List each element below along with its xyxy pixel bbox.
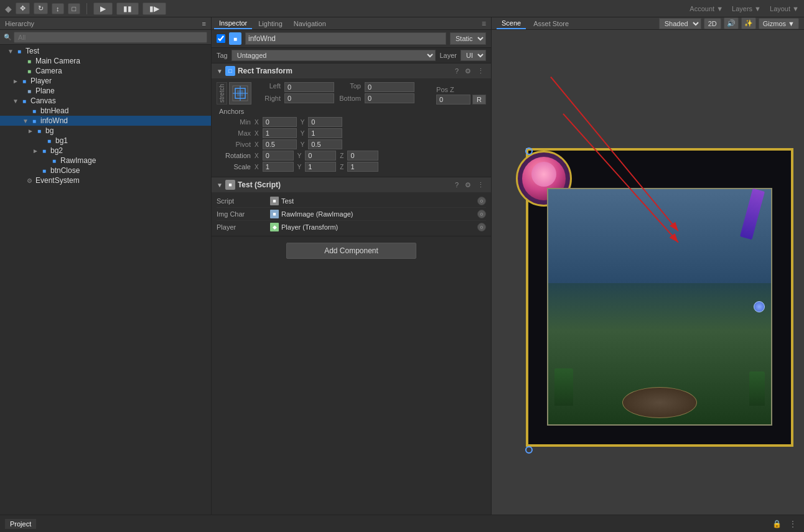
inspector-tabs: Inspector Lighting Navigation ≡: [212, 17, 491, 30]
gizmos-button[interactable]: Gizmos ▼: [759, 18, 799, 29]
min-y-input[interactable]: [308, 117, 342, 127]
tab-inspector[interactable]: Inspector: [214, 18, 252, 29]
tab-navigation[interactable]: Navigation: [289, 19, 331, 29]
camera-label: Camera: [35, 67, 62, 75]
left-input[interactable]: [284, 82, 334, 92]
selection-handle-tl[interactable]: [525, 147, 533, 156]
active-checkbox[interactable]: [217, 34, 225, 43]
script-name-value: Test: [281, 197, 475, 205]
max-y-input[interactable]: [308, 128, 342, 138]
rot-x-label: X: [255, 152, 259, 159]
rt-menu-icon[interactable]: ⋮: [475, 67, 486, 75]
layer-label: Layer: [439, 52, 457, 59]
player-target-button[interactable]: ○: [477, 223, 486, 231]
tree-item-btnhead[interactable]: ■ btnHead: [0, 106, 211, 116]
toolbar-rotate[interactable]: ↻: [34, 2, 48, 14]
inspector-body: ■ Static Tag Untagged Layer UI: [212, 30, 491, 515]
ts-menu-icon[interactable]: ⋮: [475, 181, 486, 189]
tree-item-rawimage[interactable]: ■ RawImage: [0, 156, 211, 166]
anchor-icon-box[interactable]: [229, 82, 251, 105]
tree-item-bg1[interactable]: ■ bg1: [0, 136, 211, 146]
inspector-menu[interactable]: ≡: [479, 19, 488, 28]
rt-settings-icon[interactable]: ⚙: [463, 67, 473, 75]
scale-x-label: X: [255, 164, 259, 170]
min-label: Min: [217, 118, 251, 126]
object-name-input[interactable]: [245, 32, 446, 45]
rot-y-input[interactable]: [305, 151, 336, 161]
tree-item-test[interactable]: ▼ ■ Test: [0, 46, 211, 56]
toolbar-translate[interactable]: ✥: [16, 2, 30, 14]
layer-dropdown[interactable]: UI: [460, 50, 486, 61]
layout-icon: Layout ▼: [770, 5, 799, 12]
script-row: Script ■ Test ○: [217, 195, 486, 208]
toolbar-rect[interactable]: □: [68, 3, 81, 14]
tab-lighting[interactable]: Lighting: [253, 19, 287, 29]
player-ref-icon: ◆: [270, 223, 279, 231]
r-button[interactable]: R: [472, 95, 486, 105]
toolbar-scale[interactable]: ↕: [52, 3, 64, 14]
tree-item-btnclose[interactable]: ■ btnClose: [0, 166, 211, 175]
tree-item-bg[interactable]: ► ■ bg: [0, 126, 211, 136]
test-script-header[interactable]: ▼ ■ Test (Script) ? ⚙ ⋮: [212, 177, 491, 192]
tree-item-main-camera[interactable]: ■ Main Camera: [0, 56, 211, 66]
scale-z-input[interactable]: [347, 162, 378, 172]
rot-x-input[interactable]: [263, 151, 294, 161]
imgchar-target-button[interactable]: ○: [477, 210, 486, 218]
2d-button[interactable]: 2D: [704, 18, 721, 29]
tag-label: Tag: [217, 52, 228, 59]
pivot-y-input[interactable]: [308, 139, 342, 149]
object-header: ■ Static: [212, 30, 491, 48]
rt-help-icon[interactable]: ?: [453, 67, 460, 75]
top-input[interactable]: [365, 82, 414, 92]
tree-item-player[interactable]: ► ■ Player: [0, 76, 211, 86]
btnhead-icon: ■: [30, 106, 39, 115]
scale-y-input[interactable]: [305, 162, 336, 172]
script-field-label: Script: [217, 197, 266, 205]
pivot-x-input[interactable]: [263, 139, 297, 149]
bottom-lock-icon[interactable]: 🔒: [770, 520, 784, 528]
tag-dropdown[interactable]: Untagged: [231, 50, 436, 61]
rt-icon: □: [225, 66, 235, 76]
bottom-bar: Project 🔒 ⋮: [0, 515, 804, 532]
eventsystem-icon: ⚙: [25, 176, 34, 185]
tree-item-plane[interactable]: ■ Plane: [0, 86, 211, 96]
tree-item-bg2[interactable]: ► ■ bg2: [0, 146, 211, 156]
static-dropdown[interactable]: Static: [450, 32, 486, 45]
max-label: Max: [217, 129, 251, 137]
script-target-button[interactable]: ○: [477, 197, 486, 205]
bottom-input[interactable]: [365, 93, 414, 103]
tree-item-eventsystem[interactable]: ⚙ EventSystem: [0, 175, 211, 185]
toolbar-play[interactable]: ▶: [93, 2, 113, 15]
anchors-label-row: Anchors: [217, 107, 486, 116]
right-input[interactable]: [284, 93, 334, 103]
min-x-input[interactable]: [263, 117, 297, 127]
shading-dropdown[interactable]: Shaded: [659, 18, 701, 29]
posz-input[interactable]: [436, 95, 470, 105]
bottom-label: Bottom: [335, 95, 363, 102]
script-file-icon: ■: [270, 197, 279, 205]
rect-transform-header[interactable]: ▼ □ Rect Transform ? ⚙ ⋮: [212, 63, 491, 78]
project-tab[interactable]: Project: [5, 519, 36, 529]
tree-item-infownd[interactable]: ▼ ■ infoWnd: [0, 116, 211, 126]
effects-button[interactable]: ✨: [741, 17, 756, 29]
hierarchy-search-input[interactable]: [14, 32, 207, 43]
toolbar-step[interactable]: ▮▶: [143, 2, 166, 15]
max-x-input[interactable]: [263, 128, 297, 138]
selection-handle-bl[interactable]: [525, 446, 533, 454]
bottom-menu-icon[interactable]: ⋮: [787, 520, 799, 528]
ts-help-icon[interactable]: ?: [453, 181, 460, 189]
search-icon: 🔍: [4, 34, 11, 40]
add-component-button[interactable]: Add Component: [286, 243, 416, 259]
toolbar-pause[interactable]: ▮▮: [116, 2, 139, 15]
ts-settings-icon[interactable]: ⚙: [463, 181, 473, 189]
hierarchy-menu-icon[interactable]: ≡: [202, 20, 206, 27]
tree-item-canvas[interactable]: ▼ ■ Canvas: [0, 96, 211, 106]
btnhead-label: btnHead: [40, 106, 68, 115]
rot-z-input[interactable]: [347, 151, 378, 161]
tree-item-camera[interactable]: ■ Camera: [0, 66, 211, 76]
asset-store-tab[interactable]: Asset Store: [528, 19, 574, 29]
audio-button[interactable]: 🔊: [724, 17, 739, 29]
scene-tab[interactable]: Scene: [497, 18, 526, 29]
scale-x-input[interactable]: [263, 162, 294, 172]
scale-y-label: Y: [297, 164, 302, 170]
